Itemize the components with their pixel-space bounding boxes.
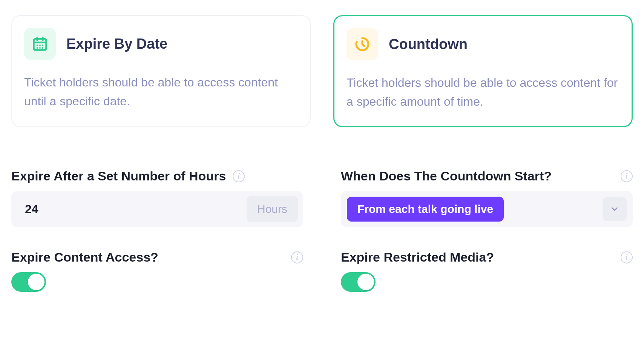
option-card-description: Ticket holders should be able to access … [24,73,298,111]
field-label-row: When Does The Countdown Start? i [341,169,633,183]
info-icon[interactable]: i [233,170,245,182]
expire-restricted-media-block: Expire Restricted Media? i [341,250,633,292]
countdown-start-label: When Does The Countdown Start? [341,169,552,183]
expire-content-access-label: Expire Content Access? [11,250,158,265]
countdown-start-block: When Does The Countdown Start? i From ea… [341,169,633,227]
field-label-row: Expire After a Set Number of Hours i [11,169,303,183]
hours-input-group: Hours [11,191,303,227]
countdown-start-select[interactable]: From each talk going live [341,191,633,227]
hours-suffix: Hours [247,196,298,222]
hours-field-block: Expire After a Set Number of Hours i Hou… [11,169,303,227]
option-card-header: Expire By Date [24,28,298,60]
option-card-expire-by-date[interactable]: Expire By Date Ticket holders should be … [11,15,311,127]
option-card-description: Ticket holders should be able to access … [347,74,619,111]
info-icon[interactable]: i [621,170,633,182]
option-card-title: Expire By Date [66,36,167,52]
svg-point-2 [39,45,41,46]
hours-input[interactable] [17,202,247,216]
option-card-title: Countdown [389,36,468,52]
calendar-icon [24,28,56,60]
expire-restricted-media-label: Expire Restricted Media? [341,250,494,265]
expire-content-access-block: Expire Content Access? i [11,250,303,292]
info-icon[interactable]: i [291,251,303,263]
select-value: From each talk going live [347,197,504,222]
svg-point-1 [37,45,38,46]
expire-content-access-toggle[interactable] [11,272,46,292]
info-icon[interactable]: i [621,251,633,263]
svg-point-3 [42,45,43,46]
toggle-knob [357,274,374,290]
form-grid: Expire After a Set Number of Hours i Hou… [11,169,633,292]
option-card-header: Countdown [347,28,619,60]
expire-restricted-media-toggle[interactable] [341,272,376,292]
hours-label: Expire After a Set Number of Hours [11,169,226,183]
svg-point-6 [42,47,43,49]
field-label-row: Expire Content Access? i [11,250,303,265]
toggle-knob [28,274,44,290]
svg-point-4 [37,47,38,49]
field-label-row: Expire Restricted Media? i [341,250,633,265]
option-card-countdown[interactable]: Countdown Ticket holders should be able … [333,15,633,127]
svg-point-5 [39,47,41,49]
chevron-down-icon [603,197,627,221]
stopwatch-icon [347,28,378,60]
option-card-row: Expire By Date Ticket holders should be … [11,15,633,127]
